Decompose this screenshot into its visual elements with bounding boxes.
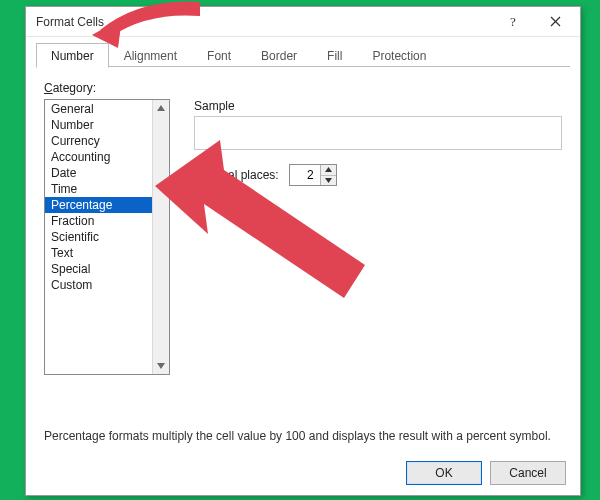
close-button[interactable] [534,8,576,36]
cancel-button[interactable]: Cancel [490,461,566,485]
decimal-places-row: Decimal places: [194,164,562,186]
decimal-label-accel: D [194,168,203,182]
list-item[interactable]: Time [45,181,152,197]
ok-button[interactable]: OK [406,461,482,485]
format-description: Percentage formats multiply the cell val… [44,429,562,443]
dialog-title: Format Cells [36,15,492,29]
list-item[interactable]: Accounting [45,149,152,165]
triangle-up-icon [325,167,332,172]
chevron-up-icon [156,103,166,113]
list-item[interactable]: Custom [45,277,152,293]
tab-font[interactable]: Font [192,43,246,67]
tab-fill[interactable]: Fill [312,43,357,67]
triangle-down-icon [325,178,332,183]
question-icon: ? [507,15,519,29]
tab-border[interactable]: Border [246,43,312,67]
help-button[interactable]: ? [492,8,534,36]
tab-protection[interactable]: Protection [357,43,441,67]
decimal-places-spinner[interactable] [289,164,337,186]
svg-marker-5 [325,167,332,172]
columns: General Number Currency Accounting Date … [44,99,562,375]
sample-label: Sample [194,99,562,113]
spinner-down[interactable] [321,176,336,186]
category-list-items: General Number Currency Accounting Date … [45,100,152,374]
chevron-down-icon [156,361,166,371]
panel-body: Category: General Number Currency Accoun… [26,67,580,455]
listbox-scrollbar[interactable] [152,100,169,374]
tab-bar: Number Alignment Font Border Fill Protec… [26,37,580,67]
svg-marker-3 [157,105,165,111]
list-item[interactable]: Currency [45,133,152,149]
format-cells-dialog: Format Cells ? Number Alignment Font Bor… [25,6,581,496]
spinner-buttons [320,165,336,185]
sample-box [194,116,562,150]
list-item[interactable]: Number [45,117,152,133]
category-label: Category: [44,81,562,95]
tab-alignment[interactable]: Alignment [109,43,192,67]
list-item-selected[interactable]: Percentage [45,197,152,213]
list-item[interactable]: Date [45,165,152,181]
decimal-places-label: Decimal places: [194,168,279,182]
button-row: OK Cancel [26,455,580,495]
titlebar: Format Cells ? [26,7,580,37]
tab-number[interactable]: Number [36,43,109,68]
decimal-places-input[interactable] [290,165,320,185]
list-item[interactable]: General [45,101,152,117]
svg-marker-6 [325,178,332,183]
category-label-accel: C [44,81,53,95]
svg-text:?: ? [510,15,516,29]
spinner-up[interactable] [321,165,336,176]
list-item[interactable]: Scientific [45,229,152,245]
category-label-rest: ategory: [53,81,96,95]
category-listbox[interactable]: General Number Currency Accounting Date … [44,99,170,375]
decimal-label-rest: ecimal places: [203,168,279,182]
svg-marker-4 [157,363,165,369]
list-item[interactable]: Special [45,261,152,277]
right-column: Sample Decimal places: [194,99,562,375]
list-item[interactable]: Fraction [45,213,152,229]
list-item[interactable]: Text [45,245,152,261]
close-icon [550,16,561,27]
